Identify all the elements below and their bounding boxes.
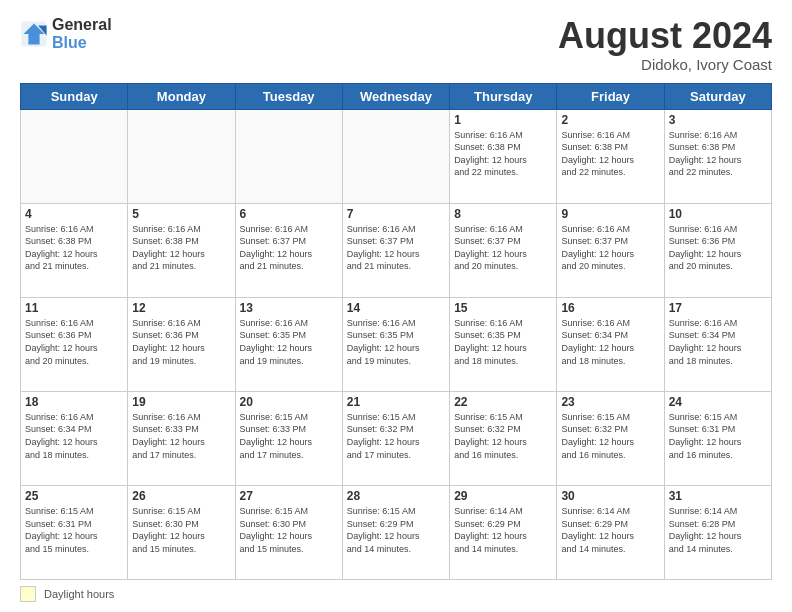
day-number: 1 — [454, 113, 552, 127]
day-info: Sunrise: 6:16 AMSunset: 6:36 PMDaylight:… — [669, 223, 767, 273]
day-info: Sunrise: 6:16 AMSunset: 6:38 PMDaylight:… — [132, 223, 230, 273]
header-sunday: Sunday — [21, 83, 128, 109]
logo-icon — [20, 20, 48, 48]
day-number: 23 — [561, 395, 659, 409]
header-monday: Monday — [128, 83, 235, 109]
calendar-cell: 23Sunrise: 6:15 AMSunset: 6:32 PMDayligh… — [557, 391, 664, 485]
header: General Blue August 2024 Didoko, Ivory C… — [20, 16, 772, 73]
day-info: Sunrise: 6:16 AMSunset: 6:36 PMDaylight:… — [25, 317, 123, 367]
day-number: 31 — [669, 489, 767, 503]
day-number: 25 — [25, 489, 123, 503]
calendar-cell — [128, 109, 235, 203]
day-number: 28 — [347, 489, 445, 503]
day-info: Sunrise: 6:15 AMSunset: 6:30 PMDaylight:… — [240, 505, 338, 555]
day-info: Sunrise: 6:15 AMSunset: 6:31 PMDaylight:… — [25, 505, 123, 555]
day-info: Sunrise: 6:16 AMSunset: 6:38 PMDaylight:… — [669, 129, 767, 179]
calendar-cell: 27Sunrise: 6:15 AMSunset: 6:30 PMDayligh… — [235, 485, 342, 579]
header-friday: Friday — [557, 83, 664, 109]
logo: General Blue — [20, 16, 112, 51]
day-info: Sunrise: 6:15 AMSunset: 6:32 PMDaylight:… — [454, 411, 552, 461]
day-info: Sunrise: 6:16 AMSunset: 6:34 PMDaylight:… — [25, 411, 123, 461]
header-tuesday: Tuesday — [235, 83, 342, 109]
page: General Blue August 2024 Didoko, Ivory C… — [0, 0, 792, 612]
day-number: 6 — [240, 207, 338, 221]
day-info: Sunrise: 6:16 AMSunset: 6:37 PMDaylight:… — [454, 223, 552, 273]
day-info: Sunrise: 6:16 AMSunset: 6:37 PMDaylight:… — [561, 223, 659, 273]
day-number: 4 — [25, 207, 123, 221]
calendar-cell: 6Sunrise: 6:16 AMSunset: 6:37 PMDaylight… — [235, 203, 342, 297]
calendar-cell: 12Sunrise: 6:16 AMSunset: 6:36 PMDayligh… — [128, 297, 235, 391]
day-info: Sunrise: 6:16 AMSunset: 6:35 PMDaylight:… — [347, 317, 445, 367]
title-block: August 2024 Didoko, Ivory Coast — [558, 16, 772, 73]
day-info: Sunrise: 6:16 AMSunset: 6:38 PMDaylight:… — [454, 129, 552, 179]
calendar-cell: 2Sunrise: 6:16 AMSunset: 6:38 PMDaylight… — [557, 109, 664, 203]
day-number: 21 — [347, 395, 445, 409]
calendar-cell — [342, 109, 449, 203]
legend-box — [20, 586, 36, 602]
day-number: 9 — [561, 207, 659, 221]
week-row-5: 25Sunrise: 6:15 AMSunset: 6:31 PMDayligh… — [21, 485, 772, 579]
weekday-header-row: Sunday Monday Tuesday Wednesday Thursday… — [21, 83, 772, 109]
day-number: 15 — [454, 301, 552, 315]
calendar-cell: 3Sunrise: 6:16 AMSunset: 6:38 PMDaylight… — [664, 109, 771, 203]
calendar-cell: 13Sunrise: 6:16 AMSunset: 6:35 PMDayligh… — [235, 297, 342, 391]
calendar-cell: 9Sunrise: 6:16 AMSunset: 6:37 PMDaylight… — [557, 203, 664, 297]
day-info: Sunrise: 6:16 AMSunset: 6:37 PMDaylight:… — [240, 223, 338, 273]
location-subtitle: Didoko, Ivory Coast — [558, 56, 772, 73]
calendar-cell: 18Sunrise: 6:16 AMSunset: 6:34 PMDayligh… — [21, 391, 128, 485]
calendar-cell: 26Sunrise: 6:15 AMSunset: 6:30 PMDayligh… — [128, 485, 235, 579]
day-info: Sunrise: 6:16 AMSunset: 6:33 PMDaylight:… — [132, 411, 230, 461]
calendar-cell: 29Sunrise: 6:14 AMSunset: 6:29 PMDayligh… — [450, 485, 557, 579]
day-info: Sunrise: 6:16 AMSunset: 6:38 PMDaylight:… — [561, 129, 659, 179]
day-info: Sunrise: 6:16 AMSunset: 6:35 PMDaylight:… — [240, 317, 338, 367]
day-number: 11 — [25, 301, 123, 315]
calendar-cell: 8Sunrise: 6:16 AMSunset: 6:37 PMDaylight… — [450, 203, 557, 297]
day-number: 22 — [454, 395, 552, 409]
day-info: Sunrise: 6:15 AMSunset: 6:30 PMDaylight:… — [132, 505, 230, 555]
day-info: Sunrise: 6:16 AMSunset: 6:38 PMDaylight:… — [25, 223, 123, 273]
calendar-cell: 21Sunrise: 6:15 AMSunset: 6:32 PMDayligh… — [342, 391, 449, 485]
day-number: 2 — [561, 113, 659, 127]
day-number: 26 — [132, 489, 230, 503]
day-info: Sunrise: 6:16 AMSunset: 6:34 PMDaylight:… — [669, 317, 767, 367]
day-info: Sunrise: 6:16 AMSunset: 6:34 PMDaylight:… — [561, 317, 659, 367]
day-info: Sunrise: 6:16 AMSunset: 6:35 PMDaylight:… — [454, 317, 552, 367]
day-info: Sunrise: 6:16 AMSunset: 6:37 PMDaylight:… — [347, 223, 445, 273]
calendar-table: Sunday Monday Tuesday Wednesday Thursday… — [20, 83, 772, 580]
calendar-cell: 4Sunrise: 6:16 AMSunset: 6:38 PMDaylight… — [21, 203, 128, 297]
calendar-cell: 16Sunrise: 6:16 AMSunset: 6:34 PMDayligh… — [557, 297, 664, 391]
day-number: 10 — [669, 207, 767, 221]
week-row-4: 18Sunrise: 6:16 AMSunset: 6:34 PMDayligh… — [21, 391, 772, 485]
calendar-cell: 31Sunrise: 6:14 AMSunset: 6:28 PMDayligh… — [664, 485, 771, 579]
day-number: 14 — [347, 301, 445, 315]
legend-label: Daylight hours — [44, 588, 114, 600]
calendar-cell: 10Sunrise: 6:16 AMSunset: 6:36 PMDayligh… — [664, 203, 771, 297]
calendar-cell: 28Sunrise: 6:15 AMSunset: 6:29 PMDayligh… — [342, 485, 449, 579]
logo-text: General Blue — [52, 16, 112, 51]
calendar-cell: 20Sunrise: 6:15 AMSunset: 6:33 PMDayligh… — [235, 391, 342, 485]
week-row-1: 1Sunrise: 6:16 AMSunset: 6:38 PMDaylight… — [21, 109, 772, 203]
calendar-cell: 14Sunrise: 6:16 AMSunset: 6:35 PMDayligh… — [342, 297, 449, 391]
week-row-3: 11Sunrise: 6:16 AMSunset: 6:36 PMDayligh… — [21, 297, 772, 391]
day-number: 30 — [561, 489, 659, 503]
day-info: Sunrise: 6:15 AMSunset: 6:31 PMDaylight:… — [669, 411, 767, 461]
day-number: 18 — [25, 395, 123, 409]
day-number: 8 — [454, 207, 552, 221]
calendar-cell: 22Sunrise: 6:15 AMSunset: 6:32 PMDayligh… — [450, 391, 557, 485]
calendar-cell: 17Sunrise: 6:16 AMSunset: 6:34 PMDayligh… — [664, 297, 771, 391]
day-number: 27 — [240, 489, 338, 503]
calendar-cell: 5Sunrise: 6:16 AMSunset: 6:38 PMDaylight… — [128, 203, 235, 297]
header-saturday: Saturday — [664, 83, 771, 109]
calendar-cell: 30Sunrise: 6:14 AMSunset: 6:29 PMDayligh… — [557, 485, 664, 579]
calendar-cell: 15Sunrise: 6:16 AMSunset: 6:35 PMDayligh… — [450, 297, 557, 391]
week-row-2: 4Sunrise: 6:16 AMSunset: 6:38 PMDaylight… — [21, 203, 772, 297]
month-title: August 2024 — [558, 16, 772, 56]
day-number: 12 — [132, 301, 230, 315]
day-info: Sunrise: 6:15 AMSunset: 6:32 PMDaylight:… — [561, 411, 659, 461]
day-number: 7 — [347, 207, 445, 221]
day-number: 16 — [561, 301, 659, 315]
legend: Daylight hours — [20, 586, 772, 602]
day-info: Sunrise: 6:15 AMSunset: 6:29 PMDaylight:… — [347, 505, 445, 555]
calendar-cell — [235, 109, 342, 203]
calendar-cell — [21, 109, 128, 203]
